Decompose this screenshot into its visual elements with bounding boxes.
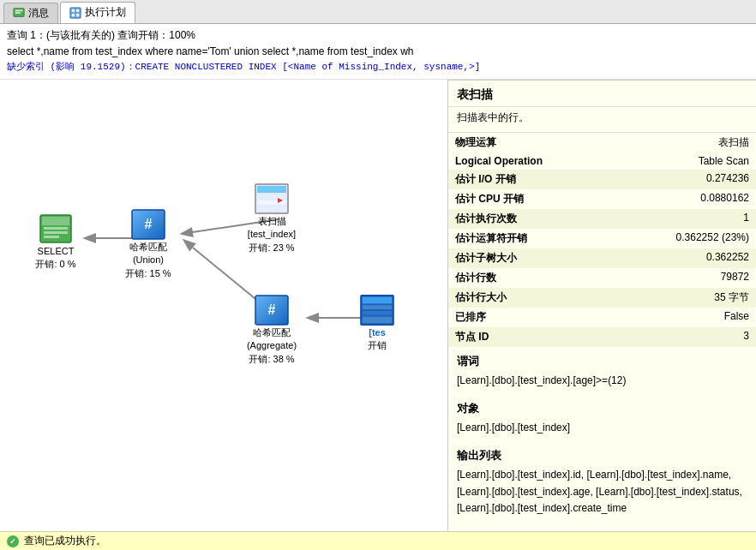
- svg-rect-2: [15, 12, 21, 14]
- select-icon: [38, 212, 74, 245]
- tooltip-row: 估计 I/O 开销0.274236: [448, 170, 756, 189]
- tooltip-row-label: 估计运算符开销: [448, 229, 596, 248]
- svg-text:#: #: [268, 302, 276, 317]
- tooltip-row-value: 0.362252: [596, 248, 756, 268]
- plan-node-hash1-cost: 开销: 15 %: [125, 267, 171, 280]
- plan-node-hash2-sublabel: (Aggregate): [247, 339, 297, 352]
- tooltip-row-label: 估计子树大小: [448, 248, 596, 268]
- plan-node-select[interactable]: SELECT 开销: 0 %: [17, 212, 94, 271]
- tooltip-row-value: 1: [596, 209, 756, 229]
- tooltip-row-label: 估计行数: [448, 268, 596, 288]
- plan-node-ts-label: 表扫描: [258, 215, 286, 228]
- status-bar: 查询已成功执行。: [0, 531, 756, 550]
- tooltip-row: 估计子树大小0.362252: [448, 248, 756, 268]
- svg-rect-1: [15, 10, 23, 12]
- tooltip-row: Logical OperationTable Scan: [448, 152, 756, 170]
- tooltip-row: 已排序False: [448, 308, 756, 327]
- plan-icon: [69, 7, 81, 19]
- plan-node-tablescan2[interactable]: [tes 开销: [339, 294, 416, 353]
- phys-op-value: 表扫描: [596, 133, 756, 152]
- tooltip-subtitle: 扫描表中的行。: [448, 107, 756, 133]
- svg-text:#: #: [145, 217, 153, 231]
- main-window: 消息 执行计划 查询 1：(与该批有关的) 查询开销：100% select *…: [0, 0, 756, 550]
- svg-rect-4: [72, 9, 75, 12]
- plan-node-ts2-sublabel: 开销: [368, 339, 387, 352]
- table-scan-selected-icon: [359, 294, 395, 326]
- svg-rect-21: [257, 186, 286, 193]
- table-scan-icon: [254, 182, 290, 215]
- svg-rect-30: [363, 305, 392, 309]
- svg-rect-5: [76, 9, 80, 12]
- status-text: 查询已成功执行。: [24, 534, 106, 548]
- query-info: 查询 1：(与该批有关的) 查询开销：100% select *,name fr…: [0, 24, 756, 80]
- plan-node-hash2[interactable]: # 哈希匹配 (Aggregate) 开销: 38 %: [233, 294, 310, 366]
- tooltip-row: 节点 ID3: [448, 327, 756, 347]
- suggestion-line: 缺少索引 (影响 19.1529)：CREATE NONCLUSTERED IN…: [7, 60, 749, 75]
- tooltip-row-value: 0.362252 (23%): [596, 229, 756, 248]
- plan-node-ts2-label: [tes: [369, 326, 386, 339]
- status-success-icon: [7, 535, 19, 547]
- tooltip-row-value: 0.274236: [596, 170, 756, 189]
- plan-diagram: SELECT 开销: 0 %: [0, 80, 446, 405]
- tooltip-row: 估计 CPU 开销0.0880162: [448, 189, 756, 209]
- tooltip-row-label: Logical Operation: [448, 152, 596, 170]
- tooltip-row-value: 0.0880162: [596, 189, 756, 209]
- tooltip-predicate-header: 谓词: [448, 347, 756, 371]
- svg-rect-15: [44, 227, 68, 230]
- query-line-1: 查询 1：(与该批有关的) 查询开销：100%: [7, 27, 749, 44]
- tooltip-row-label: 估计执行次数: [448, 209, 596, 229]
- hash-icon-2: #: [254, 294, 290, 326]
- svg-rect-22: [257, 194, 286, 199]
- plan-node-select-cost: 开销: 0 %: [35, 258, 75, 271]
- tooltip-row: 估计运算符开销0.362252 (23%): [448, 229, 756, 248]
- svg-rect-31: [363, 311, 392, 315]
- tooltip-output-header: 输出列表: [448, 441, 756, 465]
- tab-bar: 消息 执行计划: [0, 0, 756, 24]
- tooltip-predicate-value: [Learn].[dbo].[test_index].[age]>=(12): [448, 371, 756, 394]
- tooltip-row-value: Table Scan: [596, 152, 756, 170]
- tooltip-row-label: 已排序: [448, 308, 596, 327]
- svg-rect-14: [42, 217, 69, 225]
- tooltip-row: 估计行数79872: [448, 268, 756, 288]
- query-line-2: select *,name from test_index where name…: [7, 44, 749, 60]
- tooltip-row: 估计行大小35 字节: [448, 288, 756, 308]
- tooltip-row-value: False: [596, 308, 756, 327]
- plan-node-ts-sublabel: [test_index]: [248, 228, 296, 241]
- tooltip-object-header: 对象: [448, 394, 756, 418]
- execution-plan-canvas[interactable]: SELECT 开销: 0 %: [0, 80, 447, 531]
- plan-node-select-label: SELECT: [38, 245, 75, 258]
- svg-rect-32: [363, 317, 392, 324]
- tooltip-title: 表扫描: [448, 81, 756, 107]
- plan-node-hash2-cost: 开销: 38 %: [249, 353, 294, 366]
- svg-rect-23: [257, 200, 286, 205]
- tooltip-output-value: [Learn].[dbo].[test_index].id, [Learn].[…: [448, 465, 756, 522]
- plan-node-ts-cost: 开销: 23 %: [249, 242, 294, 254]
- message-icon: [13, 7, 25, 19]
- phys-op-label: 物理运算: [448, 133, 596, 152]
- main-content: SELECT 开销: 0 %: [0, 80, 756, 531]
- plan-node-tablescan[interactable]: 表扫描 [test_index] 开销: 23 %: [233, 182, 310, 254]
- tooltip-row-value: 3: [596, 327, 756, 347]
- tooltip-row-label: 节点 ID: [448, 327, 596, 347]
- tab-execution-plan[interactable]: 执行计划: [60, 2, 135, 23]
- svg-rect-6: [72, 13, 75, 16]
- tooltip-row-value: 79872: [596, 268, 756, 288]
- tooltip-row: 估计执行次数1: [448, 209, 756, 229]
- svg-rect-24: [257, 206, 286, 211]
- plan-node-hash1-label: 哈希匹配: [129, 241, 167, 254]
- hash-icon-1: #: [130, 208, 166, 241]
- tab-messages-label: 消息: [28, 6, 49, 21]
- svg-rect-7: [76, 13, 80, 16]
- svg-rect-17: [44, 236, 59, 238]
- tooltip-data-table: Logical OperationTable Scan估计 I/O 开销0.27…: [448, 152, 756, 347]
- tooltip-row-value: 35 字节: [596, 288, 756, 308]
- tooltip-row-label: 估计 I/O 开销: [448, 170, 596, 189]
- plan-node-hash1-sublabel: (Union): [133, 254, 164, 266]
- tooltip-panel: 表扫描 扫描表中的行。 物理运算 表扫描 Logical OperationTa…: [447, 80, 756, 531]
- tooltip-row-label: 估计行大小: [448, 288, 596, 308]
- tooltip-row-label: 估计 CPU 开销: [448, 189, 596, 209]
- tooltip-phys-op-table: 物理运算 表扫描: [448, 133, 756, 152]
- tooltip-object-value: [Learn].[dbo].[test_index]: [448, 418, 756, 441]
- plan-node-hash1[interactable]: # 哈希匹配 (Union) 开销: 15 %: [110, 208, 187, 280]
- tab-messages[interactable]: 消息: [3, 3, 58, 23]
